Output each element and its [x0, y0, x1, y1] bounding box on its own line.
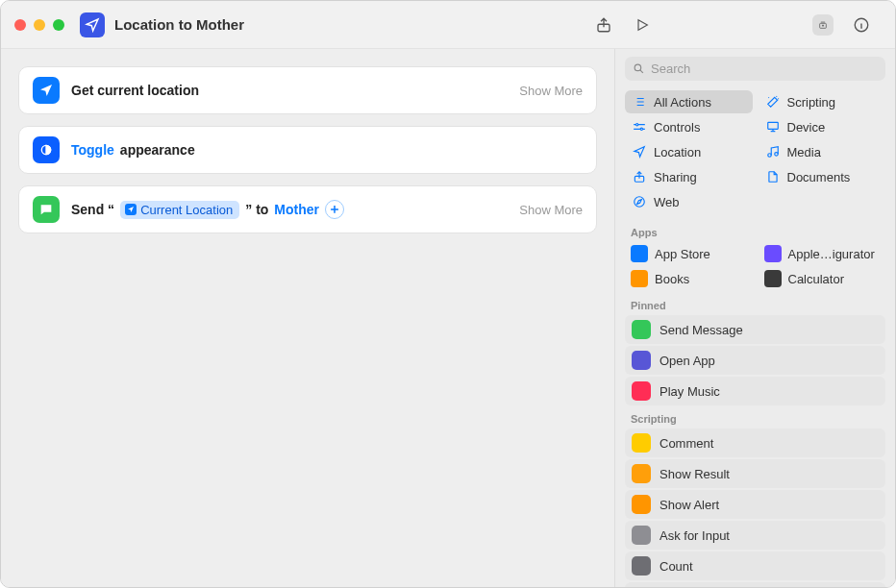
apps-grid: App StoreApple…iguratorBooksCalculator: [625, 242, 885, 290]
shortcut-icon: [80, 12, 105, 37]
desktop-icon: [765, 119, 781, 135]
run-button[interactable]: [632, 14, 653, 36]
share-button[interactable]: [593, 14, 614, 36]
action-label: Play Music: [660, 384, 720, 399]
svg-point-11: [635, 197, 645, 208]
category-media[interactable]: Media: [759, 140, 886, 163]
recipient-param[interactable]: Mother: [274, 202, 319, 217]
app-icon: [764, 245, 782, 262]
action-text: appearance: [120, 142, 195, 158]
scripting-action-show-result[interactable]: Show Result: [625, 459, 885, 488]
sliders-icon: [632, 119, 647, 135]
scripting-list: CommentShow ResultShow AlertAsk for Inpu…: [625, 429, 885, 587]
window-traffic-lights: [14, 19, 64, 31]
action-icon: [632, 526, 651, 545]
show-more-button[interactable]: Show More: [519, 84, 583, 98]
category-label: Device: [787, 120, 826, 135]
category-all-actions[interactable]: All Actions: [625, 90, 753, 113]
category-location[interactable]: Location: [625, 140, 753, 163]
variable-pill-label: Current Location: [140, 203, 233, 217]
category-label: Controls: [654, 120, 700, 135]
action-icon: [632, 433, 651, 453]
location-pin-icon: [125, 204, 137, 215]
pinned-section-label: Pinned: [625, 294, 885, 315]
scripting-action-comment[interactable]: Comment: [625, 429, 885, 457]
info-button[interactable]: [851, 14, 872, 36]
variable-pill-current-location[interactable]: Current Location: [120, 201, 239, 219]
pinned-action-open-app[interactable]: Open App: [625, 346, 885, 375]
app-icon: [631, 245, 648, 262]
category-label: Scripting: [787, 95, 836, 110]
scripting-action-count[interactable]: Count: [625, 551, 885, 580]
svg-point-6: [640, 128, 642, 130]
action-label: Open App: [660, 354, 715, 368]
action-toggle-appearance[interactable]: Toggle appearance: [18, 126, 597, 174]
action-label: Send Message: [660, 323, 743, 337]
category-controls[interactable]: Controls: [625, 115, 753, 138]
svg-point-4: [635, 64, 641, 71]
pinned-action-send-message[interactable]: Send Message: [625, 315, 885, 344]
library-toggle-button[interactable]: [812, 14, 834, 36]
app-label: Books: [655, 272, 689, 286]
category-label: Web: [654, 195, 680, 209]
app-label: Apple…igurator: [788, 247, 875, 261]
show-more-button[interactable]: Show More: [519, 203, 583, 217]
app-apple-igurator[interactable]: Apple…igurator: [759, 242, 886, 265]
scripting-action-ask-for-input[interactable]: Ask for Input: [625, 521, 885, 550]
app-books[interactable]: Books: [625, 267, 753, 290]
category-web[interactable]: Web: [625, 190, 753, 213]
action-icon: [632, 320, 651, 339]
wand-icon: [765, 94, 781, 110]
action-icon: [632, 464, 651, 483]
send-mid: ” to: [245, 202, 268, 217]
category-documents[interactable]: Documents: [759, 165, 886, 188]
category-label: Location: [654, 145, 701, 159]
action-icon: [632, 381, 651, 401]
scripting-section-label: Scripting: [625, 407, 885, 429]
search-input[interactable]: [651, 61, 878, 76]
category-label: All Actions: [654, 95, 711, 110]
category-label: Documents: [787, 170, 851, 184]
action-title: Get current location: [71, 83, 199, 98]
action-label: Ask for Input: [660, 528, 730, 543]
shortcut-editor[interactable]: Get current location Show More Toggle ap…: [1, 49, 614, 587]
category-device[interactable]: Device: [759, 115, 886, 138]
location-arrow-icon: [33, 77, 60, 104]
action-send-message[interactable]: Send “ Current Location ” to Mother ＋ Sh…: [18, 185, 597, 233]
titlebar: Location to Mother: [1, 1, 895, 49]
scripting-action-show-alert[interactable]: Show Alert: [625, 490, 885, 519]
action-icon: [632, 351, 651, 370]
app-app-store[interactable]: App Store: [625, 242, 753, 265]
search-icon: [633, 62, 645, 75]
app-calculator[interactable]: Calculator: [759, 267, 886, 290]
list-icon: [632, 94, 647, 110]
action-get-location[interactable]: Get current location Show More: [18, 66, 597, 114]
apps-section-label: Apps: [625, 221, 885, 242]
svg-rect-7: [767, 122, 778, 129]
svg-point-9: [774, 153, 778, 157]
pinned-action-play-music[interactable]: Play Music: [625, 377, 885, 405]
app-icon: [631, 270, 648, 287]
action-label: Show Result: [660, 467, 730, 481]
music-icon: [765, 144, 781, 159]
shortcut-title: Location to Mother: [114, 16, 244, 33]
safari-icon: [632, 194, 647, 209]
toggle-param[interactable]: Toggle: [71, 142, 114, 158]
app-label: Calculator: [788, 272, 845, 286]
minimize-window-button[interactable]: [34, 19, 45, 31]
scripting-action-choose-from-menu[interactable]: Choose from Menu: [625, 582, 885, 587]
appearance-icon: [33, 136, 60, 163]
messages-icon: [33, 196, 60, 223]
action-label: Count: [660, 559, 693, 574]
app-window: Location to Mother Get current loc: [0, 0, 896, 588]
add-recipient-button[interactable]: ＋: [325, 200, 344, 219]
svg-point-5: [636, 124, 638, 126]
fullscreen-window-button[interactable]: [53, 19, 64, 31]
doc-icon: [765, 169, 781, 184]
action-label: Comment: [660, 436, 713, 451]
close-window-button[interactable]: [14, 19, 26, 31]
action-icon: [632, 556, 651, 576]
category-scripting[interactable]: Scripting: [759, 90, 886, 113]
search-field[interactable]: [625, 57, 885, 81]
category-sharing[interactable]: Sharing: [625, 165, 753, 188]
